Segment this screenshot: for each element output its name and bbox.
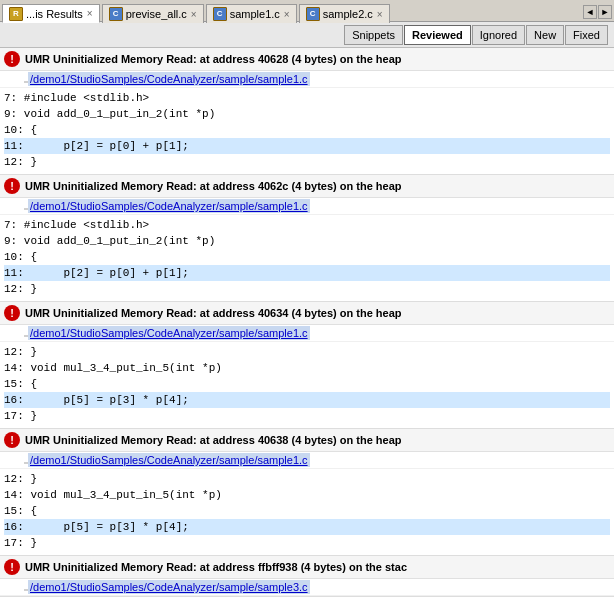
issue-block: !UMR Uninitialized Memory Read: at addre… — [0, 556, 614, 597]
file-path-link[interactable]: /demo1/StudioSamples/CodeAnalyzer/sample… — [28, 199, 310, 213]
issue-block: !UMR Uninitialized Memory Read: at addre… — [0, 48, 614, 175]
code-line: 14: void mul_3_4_put_in_5(int *p) — [4, 360, 610, 376]
filter-btn-ignored[interactable]: Ignored — [472, 25, 525, 45]
code-line: 16: p[5] = p[3] * p[4]; — [4, 392, 610, 408]
code-line: 14: void mul_3_4_put_in_5(int *p) — [4, 487, 610, 503]
file-path-row: /demo1/StudioSamples/CodeAnalyzer/sample… — [0, 452, 614, 469]
issue-title: UMR Uninitialized Memory Read: at addres… — [25, 434, 610, 446]
tab-sample2[interactable]: Csample2.c× — [299, 4, 390, 23]
tab-label: sample2.c — [323, 8, 373, 20]
tab-scroll-right[interactable]: ► — [598, 5, 612, 19]
tab-sample1[interactable]: Csample1.c× — [206, 4, 297, 23]
code-line: 12: } — [4, 471, 610, 487]
file-path-link[interactable]: /demo1/StudioSamples/CodeAnalyzer/sample… — [28, 580, 310, 594]
c-file-icon: C — [109, 7, 123, 21]
code-snippet: 12: }14: void mul_3_4_put_in_5(int *p)15… — [0, 342, 614, 428]
tab-bar: R...is Results×Cprevise_all.c×Csample1.c… — [0, 0, 614, 22]
issue-block: !UMR Uninitialized Memory Read: at addre… — [0, 302, 614, 429]
file-path-link[interactable]: /demo1/StudioSamples/CodeAnalyzer/sample… — [28, 453, 310, 467]
error-icon: ! — [4, 432, 20, 448]
error-icon: ! — [4, 305, 20, 321]
tab-label: previse_all.c — [126, 8, 187, 20]
issue-header: !UMR Uninitialized Memory Read: at addre… — [0, 429, 614, 452]
code-snippet: 7: #include <stdlib.h>9: void add_0_1_pu… — [0, 215, 614, 301]
tab-close-results[interactable]: × — [87, 8, 93, 19]
code-line: 9: void add_0_1_put_in_2(int *p) — [4, 233, 610, 249]
file-path-row: /demo1/StudioSamples/CodeAnalyzer/sample… — [0, 198, 614, 215]
results-icon: R — [9, 7, 23, 21]
tab-scroll-left[interactable]: ◄ — [583, 5, 597, 19]
code-line: 15: { — [4, 376, 610, 392]
file-path-link[interactable]: /demo1/StudioSamples/CodeAnalyzer/sample… — [28, 72, 310, 86]
file-path-row: /demo1/StudioSamples/CodeAnalyzer/sample… — [0, 325, 614, 342]
code-line: 7: #include <stdlib.h> — [4, 90, 610, 106]
tab-previse_all[interactable]: Cprevise_all.c× — [102, 4, 204, 23]
code-line: 12: } — [4, 281, 610, 297]
issue-block: !UMR Uninitialized Memory Read: at addre… — [0, 175, 614, 302]
file-path-row: /demo1/StudioSamples/CodeAnalyzer/sample… — [0, 71, 614, 88]
filter-btn-reviewed[interactable]: Reviewed — [404, 25, 471, 45]
file-path-row: /demo1/StudioSamples/CodeAnalyzer/sample… — [0, 579, 614, 596]
tab-results[interactable]: R...is Results× — [2, 4, 100, 23]
issue-title: UMR Uninitialized Memory Read: at addres… — [25, 180, 610, 192]
file-path-link[interactable]: /demo1/StudioSamples/CodeAnalyzer/sample… — [28, 326, 310, 340]
issue-header: !UMR Uninitialized Memory Read: at addre… — [0, 556, 614, 579]
c-file-icon: C — [306, 7, 320, 21]
code-line: 11: p[2] = p[0] + p[1]; — [4, 138, 610, 154]
issues-list: !UMR Uninitialized Memory Read: at addre… — [0, 48, 614, 597]
code-line: 15: { — [4, 503, 610, 519]
filter-btn-fixed[interactable]: Fixed — [565, 25, 608, 45]
tab-label: ...is Results — [26, 8, 83, 20]
error-icon: ! — [4, 178, 20, 194]
tab-label: sample1.c — [230, 8, 280, 20]
code-line: 17: } — [4, 535, 610, 551]
tab-close-previse_all[interactable]: × — [191, 9, 197, 20]
tab-close-sample1[interactable]: × — [284, 9, 290, 20]
code-line: 7: #include <stdlib.h> — [4, 217, 610, 233]
code-line: 12: } — [4, 344, 610, 360]
code-line: 11: p[2] = p[0] + p[1]; — [4, 265, 610, 281]
c-file-icon: C — [213, 7, 227, 21]
error-icon: ! — [4, 559, 20, 575]
tab-navigation: ◄ ► — [582, 3, 614, 21]
error-icon: ! — [4, 51, 20, 67]
filter-btn-new[interactable]: New — [526, 25, 564, 45]
issue-header: !UMR Uninitialized Memory Read: at addre… — [0, 48, 614, 71]
issue-title: UMR Uninitialized Memory Read: at addres… — [25, 307, 610, 319]
code-line: 10: { — [4, 249, 610, 265]
code-line: 9: void add_0_1_put_in_2(int *p) — [4, 106, 610, 122]
code-line: 16: p[5] = p[3] * p[4]; — [4, 519, 610, 535]
code-line: 10: { — [4, 122, 610, 138]
filter-bar: SnippetsReviewedIgnoredNewFixed — [0, 22, 614, 48]
issue-header: !UMR Uninitialized Memory Read: at addre… — [0, 175, 614, 198]
issue-header: !UMR Uninitialized Memory Read: at addre… — [0, 302, 614, 325]
code-snippet: 12: }14: void mul_3_4_put_in_5(int *p)15… — [0, 469, 614, 555]
code-line: 12: } — [4, 154, 610, 170]
code-snippet: 7: #include <stdlib.h>9: void add_0_1_pu… — [0, 88, 614, 174]
issue-block: !UMR Uninitialized Memory Read: at addre… — [0, 429, 614, 556]
issue-title: UMR Uninitialized Memory Read: at addres… — [25, 561, 610, 573]
issue-title: UMR Uninitialized Memory Read: at addres… — [25, 53, 610, 65]
tab-close-sample2[interactable]: × — [377, 9, 383, 20]
code-line: 17: } — [4, 408, 610, 424]
filter-btn-snippets[interactable]: Snippets — [344, 25, 403, 45]
